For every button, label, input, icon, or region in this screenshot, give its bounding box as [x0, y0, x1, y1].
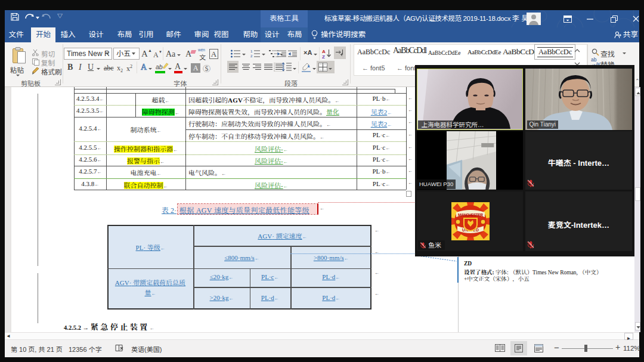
svg-text:1: 1: [250, 49, 253, 53]
svg-text:Z: Z: [322, 54, 325, 59]
svg-text:2: 2: [250, 54, 253, 58]
svg-text:MANCHESTER: MANCHESTER: [458, 213, 483, 217]
svg-text:A: A: [322, 49, 326, 54]
